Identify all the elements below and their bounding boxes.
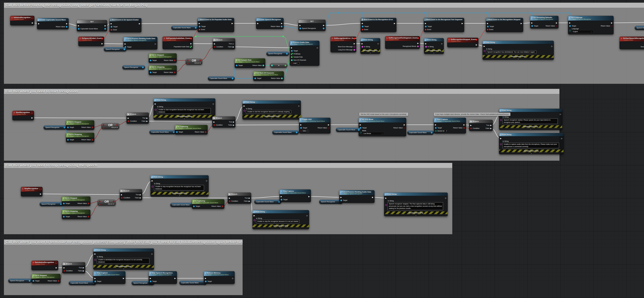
or-node[interactable]: ORAdd pin ⊕ xyxy=(98,200,116,206)
pin-eout-exec-pin[interactable]: ▶ xyxy=(354,43,355,45)
pin-target-object-pin[interactable] xyxy=(63,203,65,204)
node-set[interactable]: SET▶Capturable Sound Wave▶ xyxy=(77,20,107,31)
pin-speech-recognizer-object-pin[interactable] xyxy=(300,28,301,29)
conversion-node[interactable] xyxy=(270,63,288,68)
pin-eout-exec-pin[interactable]: ▶ xyxy=(328,124,329,126)
pin-ein-exec-pin[interactable]: ▶ xyxy=(257,23,259,24)
node-onrecognitionstopped-event[interactable]: ◇OnRecognitionStopped_EventCustom Event▶ xyxy=(447,38,478,47)
pin-target-object-pin[interactable] xyxy=(193,206,195,207)
pin-return-value-bool-pin[interactable] xyxy=(328,127,329,129)
node-onspeechended-event[interactable]: ◇OnSpeechEnded_EventCustom Event▶ xyxy=(78,37,104,46)
pin-ein-exec-pin[interactable]: ▶ xyxy=(152,180,153,182)
node-branch[interactable]: ⇆Branch▶Condition▶True▶False xyxy=(212,116,236,127)
node-bind-event-to-on-speech-ended[interactable]: Bind Event to On Speech Ended▶TargetEven… xyxy=(110,18,142,32)
node-print-string[interactable]: ƒPrint String▶In StringUnable to start r… xyxy=(154,98,215,120)
pin-ein-exec-pin[interactable]: ▶ xyxy=(155,103,156,105)
node-stop-capture[interactable]: ◇Stop CaptureTarget is Capturable Sound … xyxy=(280,189,311,202)
node-get-is-stopping[interactable]: ƒGet Is StoppingTarget is Speech Recogni… xyxy=(62,210,90,219)
pin-condition-bool-pin[interactable] xyxy=(214,46,216,48)
pin-speech-recognizer-output-object-pin[interactable] xyxy=(124,49,125,50)
pin-eout-exec-pin[interactable]: ▶ xyxy=(281,23,282,24)
node-header[interactable]: ◇OnPopulateAudioData_EventCustom Event xyxy=(163,37,193,41)
node-force-process-pending-audio-data[interactable]: ƒForce Process Pending Audio DataTarget … xyxy=(339,190,374,203)
node-header[interactable]: ƒForce Process Pending Audio DataTarget … xyxy=(124,37,157,42)
variable-speech-recognizer[interactable]: Speech Recognizer xyxy=(122,65,145,69)
pin-ein-exec-pin[interactable]: ▶ xyxy=(38,23,40,25)
pin-return-value-bool-pin[interactable] xyxy=(88,216,89,218)
pin-ein-exec-pin[interactable]: ▶ xyxy=(291,47,292,49)
node-header[interactable]: ◇StartRecognitionCustom Event xyxy=(12,111,34,116)
pin-true-exec-pin[interactable]: ▶ xyxy=(140,194,141,196)
node-set-language[interactable]: ƒSet LanguageTarget is Speech Recognizer… xyxy=(568,16,614,35)
pin-false-exec-pin[interactable]: ▶ xyxy=(490,127,492,129)
pin-target-object-pin[interactable] xyxy=(340,200,342,201)
pin-ein-exec-pin[interactable]: ▶ xyxy=(484,45,485,47)
node-print-string[interactable]: ƒPrint String▶In String▷Development Only… xyxy=(360,38,380,54)
pin-return-value-bool-pin[interactable] xyxy=(92,139,93,141)
pin-return-value-bool-pin[interactable] xyxy=(463,127,465,129)
pin-condition-bool-pin[interactable] xyxy=(64,270,65,272)
pin-language-enum-pin[interactable] xyxy=(569,30,571,31)
node-set-vad-mode[interactable]: ƒSet VAD ModeTarget is Streaming Sound W… xyxy=(358,118,406,136)
blueprint-graph-canvas[interactable]: Call this before starting the recognitio… xyxy=(0,0,644,298)
pin-target-object-pin[interactable] xyxy=(150,72,152,73)
pin-eout-exec-pin[interactable]: ▷ xyxy=(152,253,153,255)
pin-eout-exec-pin[interactable]: ▷ xyxy=(232,277,234,279)
pin-target-object-pin[interactable] xyxy=(236,65,238,66)
pin-ein-exec-pin[interactable]: ▶ xyxy=(425,23,426,24)
pin-event-delegate-pin[interactable] xyxy=(487,29,488,30)
pin-false-exec-pin[interactable]: ▶ xyxy=(146,120,148,122)
node-header[interactable]: ƒGet Is StoppingTarget is Speech Recogni… xyxy=(66,133,94,137)
node-header[interactable]: SET xyxy=(77,20,107,24)
pin-speech-recognizer-output-object-pin[interactable] xyxy=(64,127,65,128)
variable-capturable-sound-wave[interactable]: Capturable Sound Wave xyxy=(208,76,235,80)
node-header[interactable]: Bind Event to On Speech Ended xyxy=(110,18,141,22)
node-bind-event-to-on-recognition-stopped[interactable]: Bind Event to On Recognition Stopped▶Tar… xyxy=(486,18,523,32)
node-print-string[interactable]: ƒPrint String▶In String▷Development Only… xyxy=(424,38,444,54)
pin-return-value-int-pin[interactable] xyxy=(262,65,264,66)
pin-capturable-sound-wave-output-object-pin[interactable] xyxy=(195,27,196,29)
node-header[interactable]: ƒPrint String xyxy=(242,100,301,104)
node-header[interactable]: ƒGet Is StoppedTarget is Speech Recogniz… xyxy=(62,197,90,201)
pin-in-string-string-pin[interactable] xyxy=(385,204,387,206)
pin-ein-exec-pin[interactable]: ▶ xyxy=(340,197,342,198)
node-header[interactable]: ƒGet Is StoppedTarget is Speech Recogniz… xyxy=(32,274,60,279)
pin-eout-exec-pin[interactable]: ▷ xyxy=(441,43,443,45)
pin-event-delegate-pin[interactable] xyxy=(362,29,363,30)
pin-target-object-pin[interactable] xyxy=(281,199,282,201)
pin-ein-exec-pin[interactable]: ▶ xyxy=(229,197,230,199)
pin-in-string-string-pin[interactable] xyxy=(94,259,96,261)
node-process-audio-data[interactable]: ƒProcess Audio DataTarget is Speech Reco… xyxy=(290,41,320,66)
input-in-string[interactable]: Unable to stop the recognizer because it… xyxy=(256,220,300,223)
pin-speech-recognizer-output-object-pin[interactable] xyxy=(60,203,62,205)
node-is-capturing[interactable]: ƒIs CapturingTarget is Capturable Sound … xyxy=(175,125,208,134)
node-print-string[interactable]: ƒPrint String▶In StringUnable to start t… xyxy=(242,100,301,120)
node-header[interactable]: ƒGet Sample RateTarget is Imported Sound… xyxy=(235,58,265,63)
pin-long-error-message-string-pin[interactable] xyxy=(354,49,355,51)
pin-vout-object-pin[interactable] xyxy=(323,28,324,29)
pin-o-bool-pin[interactable] xyxy=(116,124,118,126)
expand-chevron-icon[interactable]: ⌄ xyxy=(94,268,154,270)
node-header[interactable]: ƒCreate Capturable Sound Wave xyxy=(37,18,68,22)
pin-ein-exec-pin[interactable]: ▶ xyxy=(78,25,79,27)
variable-capturable-sound-wave[interactable]: Capturable Sound Wave xyxy=(179,281,206,285)
pin-eout-exec-pin[interactable]: ▶ xyxy=(66,23,68,25)
pin-eout-exec-pin[interactable]: ▶ xyxy=(308,196,310,197)
expand-chevron-icon[interactable]: ⌄ xyxy=(242,117,301,119)
pin-condition-bool-pin[interactable] xyxy=(214,124,215,126)
node-start-capture[interactable]: ƒStart CaptureTarget is Capturable Sound… xyxy=(434,118,466,133)
input-in-string[interactable]: Speech recognizer started. Please speak … xyxy=(502,118,558,124)
pin-eout-exec-pin[interactable]: ▶ xyxy=(190,43,192,45)
pin-b-bool-pin[interactable] xyxy=(103,127,104,129)
node-deinitializerecognition[interactable]: ◇DeinitializeRecognitionCustom Event▶ xyxy=(32,261,58,270)
variable-speech-recognizer[interactable]: Speech Recognizer xyxy=(8,279,32,283)
node-header[interactable]: Bind Event to On Recognition Error xyxy=(361,18,396,21)
node-header[interactable]: ƒToggle VADTarget is Streaming Sound Wav… xyxy=(299,118,330,122)
pin-num-of-channels-int-pin[interactable] xyxy=(291,59,293,61)
node-get-is-stopped[interactable]: ƒGet Is StoppedTarget is Speech Recogniz… xyxy=(62,196,90,206)
or-node[interactable]: ORAdd pin ⊕ xyxy=(186,59,202,65)
pin-ein-exec-pin[interactable]: ▶ xyxy=(569,22,570,24)
node-header[interactable]: ⇆Branch xyxy=(212,116,235,120)
node-create-capturable-sound-wave[interactable]: ƒCreate Capturable Sound Wave▶▶Return Va… xyxy=(37,18,69,29)
comment-title[interactable]: Call this when you need to start recogni… xyxy=(4,89,560,94)
